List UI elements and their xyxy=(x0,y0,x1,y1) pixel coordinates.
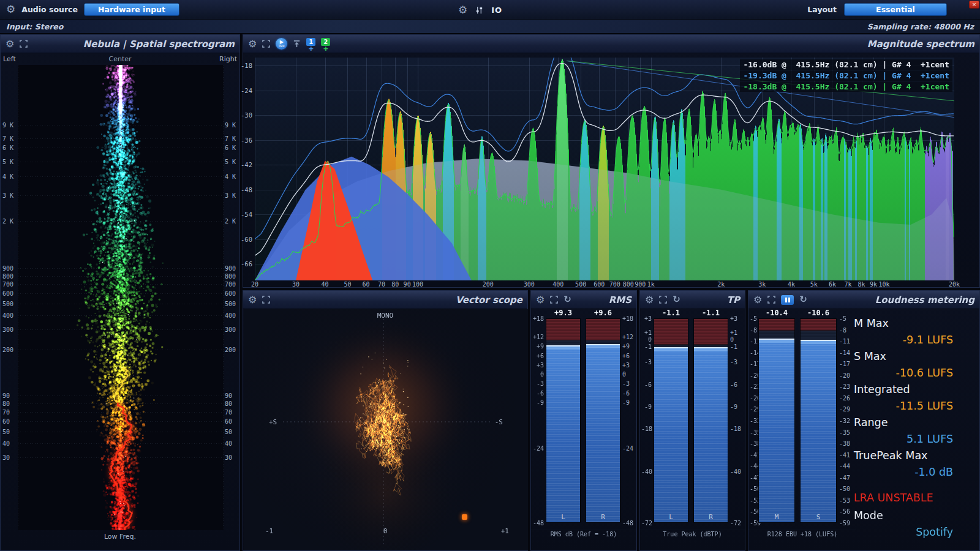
gear-icon[interactable]: ⚙ xyxy=(6,4,15,15)
meter-tick-label: -38 xyxy=(839,440,849,447)
gear-icon[interactable]: ⚙ xyxy=(753,295,762,305)
expand-icon[interactable] xyxy=(659,296,667,304)
meter-tick-label: -18 xyxy=(730,425,743,432)
freq-tick-label: 70 xyxy=(225,408,232,415)
meter-tick-label: -20 xyxy=(750,372,756,378)
loudness-stat-label: Integrated xyxy=(854,381,953,398)
meter-tick-label: -26 xyxy=(839,394,849,401)
freq-tick-label: 40 xyxy=(2,440,10,446)
spectrogram-plot[interactable] xyxy=(18,65,224,530)
reset-icon[interactable]: ↻ xyxy=(799,295,807,304)
meter-tick-label: +6 xyxy=(622,352,635,359)
freq-tick-label: 40 xyxy=(225,440,232,446)
mode-preset-value[interactable]: Spotify xyxy=(916,526,953,538)
gear-icon[interactable]: ⚙ xyxy=(645,295,654,305)
sampling-rate: Sampling rate: 48000 Hz xyxy=(867,22,974,31)
expand-icon[interactable] xyxy=(550,296,558,304)
loudness-metering-panel: ⚙ ↻ Loudness metering -10.4-10.6-5-8-11-… xyxy=(748,290,980,551)
gear-icon[interactable]: ⚙ xyxy=(248,295,257,305)
meter-tick-label: -29 xyxy=(750,406,756,413)
lra-alert: LRA UNSTABLE xyxy=(854,492,933,504)
meter-tick-label: -3 xyxy=(532,380,544,387)
pan-center-label: Center xyxy=(1,55,239,63)
freq-tick-label: 30 xyxy=(2,454,10,460)
play-live-icon[interactable]: ▶live xyxy=(276,38,287,50)
freq-tick-label: 60 xyxy=(225,418,232,425)
freq-tick-label: 400 xyxy=(552,281,564,288)
meter-tick-label: -17 xyxy=(839,361,849,367)
freq-tick-label: 2k xyxy=(717,281,725,288)
freq-tick-label: 9 K xyxy=(2,122,13,129)
overlay-1-badge[interactable]: 1 + xyxy=(306,35,315,53)
meter-value: +9.3 xyxy=(546,309,581,317)
loudness-stat-value: -1.0 dB xyxy=(854,464,953,481)
freq-tick-label: 30 xyxy=(225,454,232,460)
freq-tick-label: 900 xyxy=(2,265,13,272)
reset-icon[interactable]: ↻ xyxy=(673,295,680,304)
meter-peak-line xyxy=(654,347,688,348)
meter-tick-label: -1 xyxy=(641,343,652,350)
freq-tick-label: 90 xyxy=(225,392,232,399)
freq-tick-label: 3 K xyxy=(2,192,13,198)
meter-red-zone xyxy=(759,319,794,331)
freq-tick-label: 4 K xyxy=(225,173,236,179)
channel-label: R xyxy=(586,513,620,521)
expand-icon[interactable] xyxy=(767,296,775,304)
expand-icon[interactable] xyxy=(262,40,270,48)
gear-icon[interactable]: ⚙ xyxy=(536,295,545,305)
statusbar: Input: Stereo Sampling rate: 48000 Hz xyxy=(0,20,980,34)
freq-tick-label: 300 xyxy=(2,326,13,332)
meter-tick-label: -14 xyxy=(750,349,756,356)
meter-tick-label: -41 xyxy=(750,451,756,458)
freq-tick-label: 50 xyxy=(344,281,351,288)
freq-tick-label: 800 xyxy=(2,273,13,280)
vectorscope-header: ⚙ Vector scope xyxy=(243,291,527,309)
cursor-readouts: -16.0dB @ 415.5Hz (82.1 cm) | G# 4 +1cen… xyxy=(740,59,952,92)
mode-label[interactable]: Mode xyxy=(854,509,883,522)
freq-tick-label: 60 xyxy=(2,418,10,425)
meter-scale-right: +18+12+9+6+30-3-6-9-24-48 xyxy=(622,318,635,523)
hardware-input-button[interactable]: Hardware input xyxy=(84,3,179,16)
loudness-header: ⚙ ↻ Loudness metering xyxy=(748,291,979,309)
meter-tick-label: -18 xyxy=(641,425,652,432)
meter-tick-label: +3 xyxy=(730,315,743,322)
meter-fill xyxy=(759,339,794,522)
essential-button[interactable]: Essential xyxy=(844,3,947,16)
freq-tick-label: 20k xyxy=(949,281,960,288)
overlay-2-badge[interactable]: 2 + xyxy=(321,35,330,53)
vectorscope-plot[interactable] xyxy=(244,309,528,550)
reset-icon[interactable]: ↻ xyxy=(564,295,571,304)
freq-tick-label: 90 xyxy=(404,281,411,288)
meter-tick-label: -72 xyxy=(641,520,652,527)
meter-tick-label: -40 xyxy=(730,468,743,474)
magnitude-header: ⚙ ▶live 1 + 2 + Magnitude spectrum xyxy=(243,35,979,53)
freq-tick-label: 20 xyxy=(251,281,258,288)
meter-tick-label: +1 xyxy=(641,329,652,335)
gear-icon[interactable]: ⚙ xyxy=(6,39,14,49)
channel-label: R xyxy=(694,513,728,521)
correlation-plus1-label: +1 xyxy=(501,527,509,535)
layout-label: Layout xyxy=(807,5,837,14)
expand-icon[interactable] xyxy=(20,40,28,48)
layout-group: Layout Essential xyxy=(807,3,947,16)
true-peak-meter-panel: ⚙ ↻ TP -1.1-1.1+3+10-1-3-6-9-18-40-72+3+… xyxy=(639,290,745,551)
meter-tick-label: -59 xyxy=(750,520,756,527)
meter-values-row: -10.4-10.6 xyxy=(758,309,837,317)
meter-tick-label: -53 xyxy=(750,497,756,503)
meter-tick-label: +1 xyxy=(730,329,743,335)
gear-icon[interactable]: ⚙ xyxy=(248,39,257,49)
freq-tick-label: 600 xyxy=(594,281,605,288)
meter-tick-label: +18 xyxy=(622,315,635,322)
meter-tick-label: -44 xyxy=(750,463,756,470)
meter-value: -10.4 xyxy=(758,309,795,317)
faders-icon[interactable] xyxy=(475,6,484,15)
meter-tick-label: +6 xyxy=(532,352,544,359)
pause-icon[interactable] xyxy=(781,295,794,305)
close-icon[interactable]: × xyxy=(969,1,979,9)
gear-icon[interactable]: ⚙ xyxy=(458,5,467,15)
spectrogram-header: ⚙ Nebula | Spatial spectrogram xyxy=(1,35,239,53)
freq-tick-label: 500 xyxy=(225,300,236,307)
expand-icon[interactable] xyxy=(262,296,270,304)
io-icon[interactable]: IO xyxy=(491,6,502,15)
scroll-to-top-icon[interactable] xyxy=(293,40,301,48)
